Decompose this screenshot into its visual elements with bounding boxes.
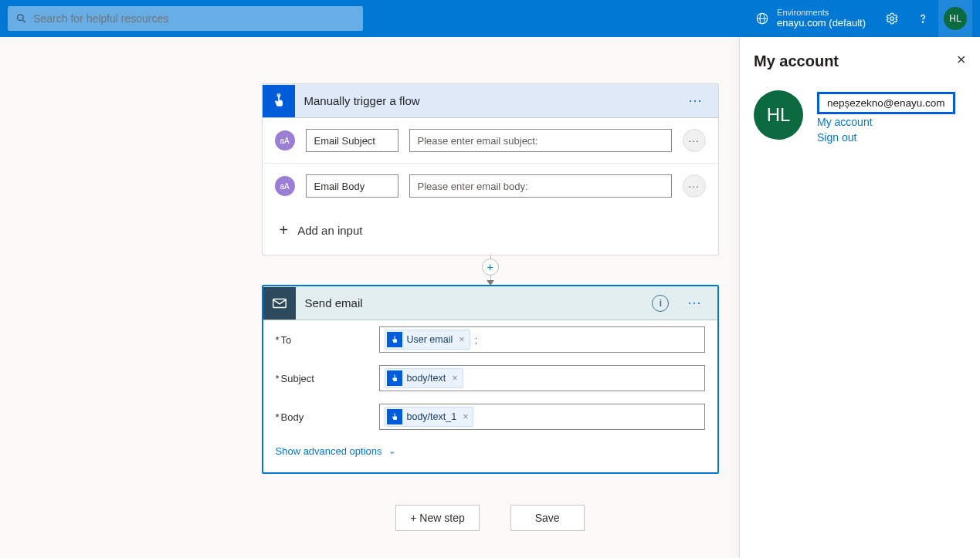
- to-label: *To: [276, 334, 368, 346]
- trigger-input-row: aA Email Body Please enter email body: ·…: [263, 163, 718, 208]
- search-box[interactable]: [8, 6, 363, 31]
- search-input[interactable]: [33, 12, 355, 25]
- action-title: Send email: [305, 296, 643, 309]
- svg-point-0: [18, 15, 24, 21]
- action-icon: [263, 287, 296, 320]
- trigger-input-label[interactable]: Email Body: [306, 174, 398, 198]
- trigger-input-label[interactable]: Email Subject: [306, 129, 398, 152]
- step-connector: +: [262, 255, 719, 285]
- save-button[interactable]: Save: [510, 505, 585, 531]
- environments-value: enayu.com (default): [777, 18, 866, 29]
- avatar-large: HL: [754, 90, 803, 140]
- account-email: nepșezekno@enayu.com: [817, 92, 955, 114]
- token-remove[interactable]: ×: [459, 334, 464, 345]
- svg-line-1: [22, 20, 25, 22]
- token-remove[interactable]: ×: [463, 411, 468, 422]
- plus-icon: +: [280, 222, 289, 238]
- action-card-header[interactable]: Send email i ···: [263, 286, 717, 320]
- account-button[interactable]: HL: [938, 0, 972, 37]
- insert-step-button[interactable]: +: [482, 259, 499, 276]
- globe-icon: [755, 12, 769, 25]
- gear-icon: [885, 12, 899, 25]
- separator: ;: [475, 334, 478, 346]
- trigger-input-menu[interactable]: ···: [683, 129, 706, 152]
- search-icon: [15, 12, 27, 25]
- action-card: Send email i ··· *To User email × ; *Sub…: [262, 285, 719, 474]
- svg-point-5: [890, 17, 894, 21]
- field-row-to: *To User email × ;: [263, 320, 717, 359]
- body-label: *Body: [276, 411, 368, 423]
- dynamic-token[interactable]: body/text ×: [385, 368, 463, 388]
- trigger-input-field[interactable]: Please enter email body:: [409, 174, 672, 198]
- action-menu-button[interactable]: ···: [683, 292, 706, 314]
- bottom-button-bar: + New step Save: [262, 505, 719, 531]
- new-step-button[interactable]: + New step: [395, 505, 479, 531]
- sign-out-link[interactable]: Sign out: [817, 131, 955, 144]
- touch-icon: [271, 93, 287, 109]
- add-input-button[interactable]: + Add an input: [263, 208, 718, 255]
- arrow-down-icon: [487, 280, 494, 286]
- field-row-subject: *Subject body/text ×: [263, 359, 717, 397]
- trigger-icon: [263, 85, 295, 117]
- touch-icon: [390, 412, 399, 421]
- mail-icon: [271, 295, 288, 312]
- my-account-link[interactable]: My account: [817, 116, 955, 128]
- token-remove[interactable]: ×: [452, 373, 457, 384]
- chevron-down-icon: ⌄: [388, 446, 395, 456]
- panel-close-button[interactable]: ✕: [956, 52, 966, 67]
- add-input-label: Add an input: [297, 224, 362, 237]
- text-type-icon: aA: [275, 176, 295, 196]
- trigger-card-header[interactable]: Manually trigger a flow ···: [263, 84, 718, 118]
- app-header: Environments enayu.com (default) HL: [0, 0, 980, 37]
- info-button[interactable]: i: [652, 295, 669, 312]
- environments-label: Environments: [777, 8, 866, 18]
- touch-icon: [390, 335, 399, 344]
- avatar: HL: [944, 7, 967, 30]
- show-advanced-options[interactable]: Show advanced options ⌄: [263, 436, 717, 472]
- panel-title: My account: [754, 52, 966, 70]
- environment-picker[interactable]: Environments enayu.com (default): [744, 8, 877, 29]
- to-field[interactable]: User email × ;: [379, 326, 705, 353]
- subject-field[interactable]: body/text ×: [379, 365, 705, 391]
- field-row-body: *Body body/text_1 ×: [263, 397, 717, 436]
- body-field[interactable]: body/text_1 ×: [379, 404, 705, 430]
- dynamic-token[interactable]: User email ×: [385, 330, 470, 350]
- trigger-title: Manually trigger a flow: [304, 94, 675, 107]
- dynamic-token[interactable]: body/text_1 ×: [385, 407, 474, 427]
- trigger-menu-button[interactable]: ···: [683, 90, 707, 112]
- trigger-input-field[interactable]: Please enter email subject:: [409, 129, 672, 152]
- question-icon: [916, 12, 930, 25]
- trigger-input-row: aA Email Subject Please enter email subj…: [263, 118, 718, 163]
- svg-rect-8: [273, 299, 286, 307]
- trigger-card: Manually trigger a flow ··· aA Email Sub…: [262, 83, 719, 255]
- trigger-input-menu[interactable]: ···: [683, 174, 706, 198]
- settings-button[interactable]: [877, 0, 907, 37]
- help-button[interactable]: [907, 0, 938, 37]
- subject-label: *Subject: [276, 373, 368, 384]
- text-type-icon: aA: [275, 130, 295, 150]
- touch-icon: [390, 374, 399, 383]
- svg-point-6: [922, 22, 923, 22]
- account-panel: My account ✕ HL nepșezekno@enayu.com My …: [739, 37, 980, 558]
